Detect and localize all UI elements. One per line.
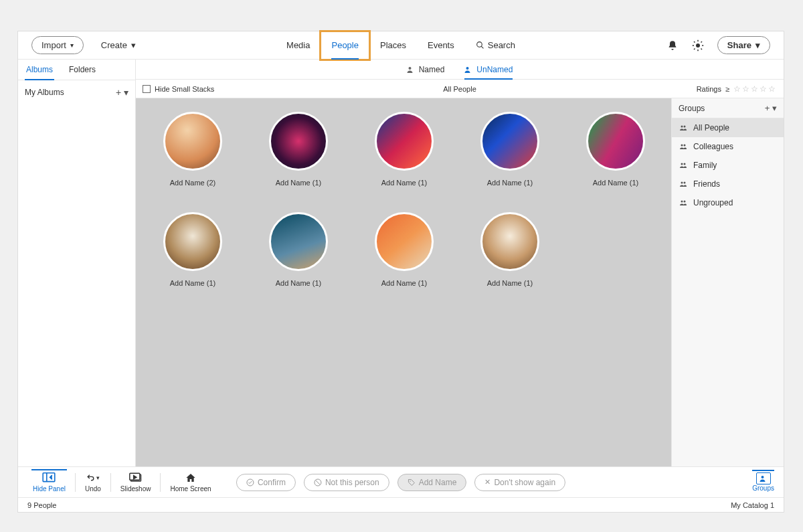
person-tile[interactable]: Add Name (1) <box>246 212 351 287</box>
people-icon <box>679 180 688 188</box>
share-button[interactable]: Share ▾ <box>717 36 770 54</box>
status-bar: 9 People My Catalog 1 <box>18 497 784 512</box>
person-icon <box>464 66 472 74</box>
groups-toggle-button[interactable]: Groups <box>752 472 774 492</box>
people-icon <box>679 143 688 151</box>
status-catalog: My Catalog 1 <box>731 501 774 509</box>
person-tile[interactable]: Add Name (1) <box>457 112 563 187</box>
appearance-icon[interactable] <box>692 39 704 52</box>
group-item-ungrouped[interactable]: Ungrouped <box>672 193 784 212</box>
search-icon <box>476 41 484 50</box>
svg-point-19 <box>681 182 683 184</box>
svg-point-32 <box>761 476 764 478</box>
app-window: Import ▾ Create ▾ Media People Places Ev… <box>17 31 784 513</box>
filter-bar: Hide Small Stacks All People Ratings ≥ ☆… <box>136 80 784 98</box>
svg-point-20 <box>684 182 686 184</box>
body: Albums Folders My Albums + ▾ Named UnNam… <box>18 60 784 466</box>
groups-header-label: Groups <box>679 104 705 113</box>
avatar <box>586 112 645 171</box>
group-item-all-people[interactable]: All People <box>672 118 784 137</box>
svg-line-30 <box>315 480 320 484</box>
person-label: Add Name (1) <box>276 179 322 187</box>
ratings-filter[interactable]: Ratings ≥ ☆☆☆☆☆ <box>697 84 777 94</box>
share-label: Share <box>727 40 751 50</box>
content-row: Add Name (2) Add Name (1) Add Name (1) A… <box>136 98 784 466</box>
person-tile[interactable]: Add Name (1) <box>563 112 668 187</box>
left-sidebar: Albums Folders My Albums + ▾ <box>18 60 136 466</box>
not-this-person-button[interactable]: Not this person <box>304 474 389 491</box>
close-icon: ✕ <box>484 478 490 486</box>
avatar <box>375 212 434 271</box>
person-tile[interactable]: Add Name (1) <box>457 212 563 287</box>
groups-header: Groups + ▾ <box>672 98 784 118</box>
dont-show-again-button[interactable]: ✕ Don't show again <box>474 474 565 491</box>
separator <box>110 473 111 492</box>
avatar <box>163 112 222 171</box>
svg-point-12 <box>466 67 469 70</box>
chevron-down-icon: ▾ <box>755 40 760 50</box>
tab-folders[interactable]: Folders <box>61 60 104 80</box>
top-right-tools: Share ▾ <box>666 36 770 54</box>
right-sidebar: Groups + ▾ All People Colleagues Family <box>671 98 784 466</box>
hide-panel-button[interactable]: Hide Panel <box>27 472 71 493</box>
slideshow-button[interactable]: Slideshow <box>115 472 157 493</box>
import-button[interactable]: Import ▾ <box>31 36 84 54</box>
bottom-bar: Hide Panel ▾ Undo Slideshow Home Screen <box>18 466 784 497</box>
avatar <box>269 212 328 271</box>
person-label: Add Name (1) <box>593 179 639 187</box>
avatar <box>163 212 222 271</box>
nav-places[interactable]: Places <box>369 31 417 60</box>
chevron-down-icon: ▾ <box>70 41 74 49</box>
person-label: Add Name (1) <box>381 279 428 287</box>
svg-point-14 <box>684 126 686 128</box>
notifications-icon[interactable] <box>666 39 679 52</box>
group-item-family[interactable]: Family <box>672 156 784 175</box>
tab-albums[interactable]: Albums <box>18 60 61 80</box>
star-icons: ☆☆☆☆☆ <box>733 84 777 94</box>
create-button[interactable]: Create ▾ <box>101 40 136 50</box>
nav-events[interactable]: Events <box>417 31 465 60</box>
check-icon <box>246 478 254 486</box>
avatar <box>375 112 434 171</box>
person-label: Add Name (1) <box>487 179 533 187</box>
person-tile[interactable]: Add Name (1) <box>351 112 457 187</box>
status-count: 9 People <box>27 501 56 509</box>
svg-point-31 <box>410 480 411 482</box>
people-subnav: Named UnNamed <box>136 60 784 80</box>
chevron-down-icon: ▾ <box>131 40 136 50</box>
people-icon <box>679 124 688 132</box>
svg-point-13 <box>681 126 683 128</box>
person-icon <box>407 66 415 74</box>
person-tile[interactable]: Add Name (1) <box>351 212 457 287</box>
add-album-button[interactable]: + ▾ <box>116 87 128 98</box>
slideshow-icon <box>129 472 143 484</box>
undo-button[interactable]: ▾ Undo <box>80 472 106 493</box>
nav-people[interactable]: People <box>321 31 369 60</box>
subnav-named[interactable]: Named <box>407 60 445 80</box>
person-tile[interactable]: Add Name (1) <box>246 112 351 187</box>
main-panel: Named UnNamed Hide Small Stacks All Peop… <box>136 60 784 466</box>
person-tile[interactable]: Add Name (2) <box>140 112 246 187</box>
add-group-button[interactable]: + ▾ <box>765 103 777 113</box>
panel-icon <box>42 472 56 484</box>
svg-line-10 <box>701 41 702 43</box>
nav-media[interactable]: Media <box>276 31 321 60</box>
nav-search[interactable]: Search <box>465 31 526 60</box>
person-tile[interactable]: Add Name (1) <box>140 212 246 287</box>
hide-small-stacks-checkbox[interactable] <box>143 85 151 93</box>
people-grid-area[interactable]: Add Name (2) Add Name (1) Add Name (1) A… <box>136 98 671 466</box>
svg-point-2 <box>696 43 700 48</box>
avatar <box>480 112 539 171</box>
people-icon <box>756 472 771 484</box>
svg-point-17 <box>681 163 683 165</box>
home-screen-button[interactable]: Home Screen <box>165 472 216 493</box>
left-panel-tabs: Albums Folders <box>18 60 135 80</box>
confirm-button[interactable]: Confirm <box>236 474 296 491</box>
add-name-button[interactable]: Add Name <box>397 474 467 491</box>
svg-point-21 <box>681 201 683 203</box>
people-icon <box>679 161 688 169</box>
group-item-friends[interactable]: Friends <box>672 175 784 193</box>
create-label: Create <box>101 40 127 50</box>
subnav-unnamed[interactable]: UnNamed <box>464 60 513 80</box>
group-item-colleagues[interactable]: Colleagues <box>672 137 784 156</box>
